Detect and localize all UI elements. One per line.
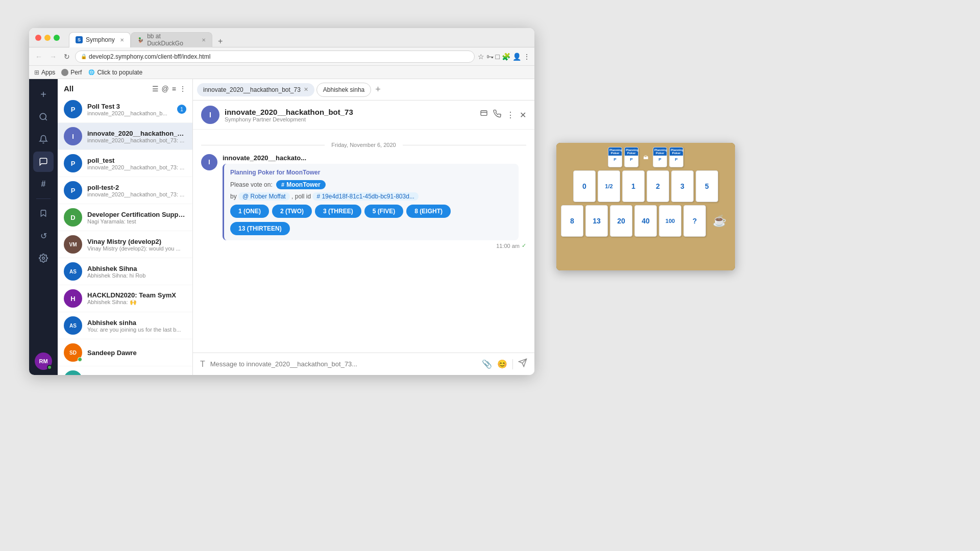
nav-divider [36, 198, 51, 199]
chat-list-title: All [64, 84, 74, 93]
poll-tag: # MoonTower [276, 180, 326, 189]
duckduckgo-favicon: 🦆 [137, 36, 144, 43]
read-check-icon: ✓ [522, 242, 526, 249]
send-button[interactable] [518, 358, 527, 370]
chat-avatar-dev-cert: D [64, 208, 82, 227]
minimize-button[interactable] [44, 35, 51, 41]
maximize-button[interactable] [54, 35, 60, 41]
chat-name-dev-cert: Developer Certification Support [87, 211, 186, 218]
add-tab-button[interactable]: + [214, 35, 227, 47]
address-bar[interactable]: 🔒 develop2.symphony.com/client-bff/index… [75, 51, 475, 63]
star-icon[interactable]: ☆ [478, 53, 484, 61]
mention-tag: @ Rober Moffat [238, 192, 290, 201]
list-action-filter[interactable]: ≡ [172, 85, 176, 93]
chat-tab-innovate[interactable]: innovate_2020__hackathon_bot_73 ✕ [197, 83, 314, 96]
vote-btn-3[interactable]: 3 (THREE) [315, 205, 361, 218]
bookmark-apps[interactable]: ⊞ Apps [34, 69, 55, 76]
key-icon[interactable]: 🗝 [486, 53, 494, 61]
chat-header-subtitle: Symphony Partner Development [225, 116, 480, 122]
attachment-icon[interactable]: 📎 [482, 359, 492, 369]
nav-chat[interactable] [33, 152, 54, 172]
poll-section: Please vote on: # MoonTower by @ [230, 180, 512, 235]
message-row: I innovate_2020__hackato... Planning Pok… [201, 154, 526, 249]
forward-button[interactable]: → [47, 52, 59, 62]
chat-preview-poll-test-2: innovate_2020__hackathon_bot_73: ... [87, 191, 186, 197]
user-avatar[interactable]: RM [35, 353, 52, 370]
tab-duckduckgo-label: bb at DuckDuckGo [147, 33, 197, 47]
nav-notifications[interactable] [33, 129, 54, 149]
message-input[interactable] [210, 360, 477, 368]
chat-item-suresh[interactable]: SR Suresh Rupnar [58, 366, 192, 375]
nav-settings[interactable] [33, 248, 54, 268]
nav-add[interactable]: + [33, 84, 54, 105]
chat-tab-innovate-label: innovate_2020__hackathon_bot_73 [203, 86, 301, 93]
tab-symphony-close[interactable]: ✕ [120, 37, 124, 43]
populate-icon: 🌐 [88, 69, 95, 76]
vote-btn-1[interactable]: 1 (ONE) [230, 205, 269, 218]
tab-duckduckgo[interactable]: 🦆 bb at DuckDuckGo ✕ [131, 32, 212, 47]
chat-item-poll-test-2[interactable]: P poll-test-2 innovate_2020__hackathon_b… [58, 177, 192, 204]
lock-icon: 🔒 [81, 54, 87, 59]
chat-preview-abhishek-sihna: Abhishek Sihna: hi Rob [87, 272, 186, 279]
browser-titlebar: S Symphony ✕ 🦆 bb at DuckDuckGo ✕ + [29, 28, 534, 47]
bookmark-perf[interactable]: Perf [61, 69, 82, 76]
close-chat-button[interactable]: ✕ [520, 110, 526, 120]
coffee-icon: ☕ [708, 205, 730, 237]
chat-tabs: innovate_2020__hackathon_bot_73 ✕ Abhish… [193, 79, 534, 101]
cast-icon[interactable]: □ [496, 53, 500, 61]
msg-timestamp-row: 11:00 am ✓ [223, 242, 526, 249]
poker-card-header-4: Planning Poker [670, 147, 683, 156]
chat-item-abhishek-sihna[interactable]: AS Abhishek Sihna Abhishek Sihna: hi Rob [58, 258, 192, 285]
chat-avatar-innovate: I [64, 127, 82, 145]
vote-btn-5[interactable]: 5 (FIVE) [364, 205, 404, 218]
browser-toolbar: ← → ↻ 🔒 develop2.symphony.com/client-bff… [29, 47, 534, 66]
vote-btn-13[interactable]: 13 (THIRTEEN) [230, 222, 290, 235]
close-button[interactable] [35, 35, 41, 41]
vote-btn-8[interactable]: 8 (EIGHT) [406, 205, 451, 218]
call-button[interactable] [493, 110, 501, 120]
nav-bookmark[interactable] [33, 203, 54, 223]
poker-card-100: 100 [659, 205, 681, 237]
chat-tab-abhishek[interactable]: Abhishek sinha [316, 83, 371, 97]
menu-icon[interactable]: ⋮ [523, 53, 530, 61]
poker-card-20: 20 [610, 205, 632, 237]
more-options-button[interactable]: ⋮ [506, 110, 514, 120]
poker-card-3: 3 [671, 170, 694, 202]
chat-avatar-hackldn: H [64, 289, 82, 308]
poker-image-content: Planning Poker P Planning Poker P 🏔 Plan… [556, 143, 735, 270]
chat-item-innovate[interactable]: I innovate_2020__hackathon_bot... innova… [58, 123, 192, 150]
list-action-mention[interactable]: @ [162, 85, 169, 93]
chat-item-abhishek-sinha[interactable]: AS Abhishek sinha You: are you joining u… [58, 312, 192, 339]
chat-item-hackldn[interactable]: H HACKLDN2020: Team SymX Abhishek Sihna:… [58, 285, 192, 312]
chat-item-vinay[interactable]: VM Vinay Mistry (develop2) Vinay Mistry … [58, 231, 192, 258]
tab-duckduckgo-close[interactable]: ✕ [202, 37, 206, 43]
chat-preview-vinay: Vinay Mistry (develop2): would you ... [87, 245, 186, 252]
chat-preview-abhishek-sinha: You: are you joining us for the last b..… [87, 327, 186, 333]
vote-btn-2[interactable]: 2 (TWO) [272, 205, 312, 218]
nav-channels[interactable]: # [33, 174, 54, 194]
poker-card-sm-2: Planning Poker P [624, 147, 639, 167]
nav-search[interactable] [33, 107, 54, 127]
refresh-button[interactable]: ↻ [62, 52, 72, 62]
tab-symphony[interactable]: S Symphony ✕ [69, 32, 131, 47]
list-action-lines[interactable]: ☰ [152, 85, 159, 93]
chat-tab-innovate-close[interactable]: ✕ [304, 86, 308, 93]
list-action-more[interactable]: ⋮ [179, 85, 186, 93]
chat-info-poll-test-3: Poll Test 3 innovate_2020__hackathon_b..… [87, 103, 172, 116]
chat-item-poll-test-3[interactable]: P Poll Test 3 innovate_2020__hackathon_b… [58, 96, 192, 123]
chat-item-poll-test[interactable]: P poll_test innovate_2020__hackathon_bot… [58, 150, 192, 177]
apps-grid-icon: ⊞ [34, 69, 39, 76]
chat-avatar-sandeep: SD [64, 343, 82, 362]
add-chat-tab-button[interactable]: + [375, 84, 381, 95]
chat-item-dev-cert[interactable]: D Developer Certification Support Nagi Y… [58, 204, 192, 231]
search-chat-button[interactable] [480, 110, 488, 120]
chat-header-avatar: I [201, 106, 219, 124]
bookmark-populate[interactable]: 🌐 Click to populate [88, 69, 142, 76]
poker-card-sm-4: Planning Poker P [669, 147, 683, 167]
chat-item-sandeep[interactable]: SD Sandeep Dawre [58, 339, 192, 366]
back-button[interactable]: ← [33, 52, 44, 62]
extensions-icon[interactable]: 🧩 [502, 53, 510, 61]
emoji-icon[interactable]: 😊 [497, 359, 507, 369]
profile-icon[interactable]: 👤 [512, 53, 521, 61]
nav-reload[interactable]: ↺ [33, 226, 54, 246]
